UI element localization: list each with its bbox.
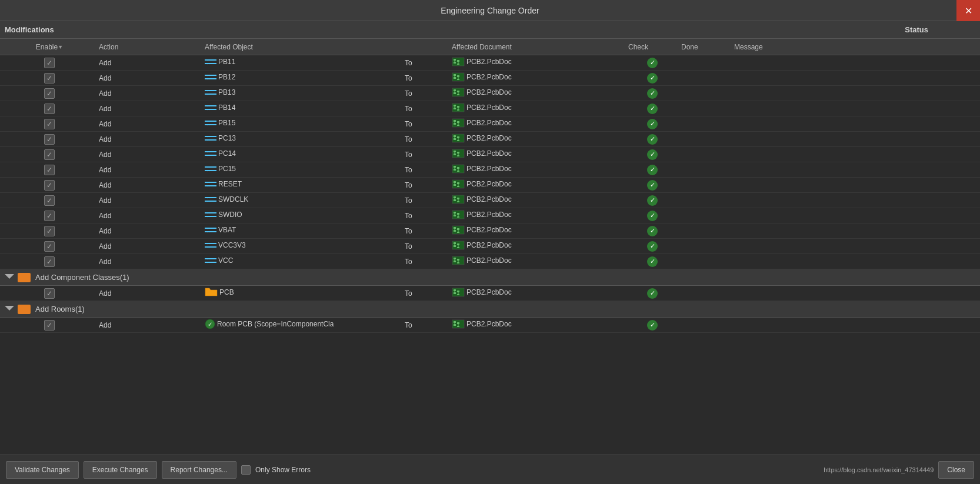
to-cell: To [402,166,449,174]
svg-rect-85 [454,199,456,201]
pcbdoc-icon: PCB2.PcbDoc [452,225,512,235]
check-status-icon: ✓ [647,165,658,175]
affected-doc-cell: PCB2.PcbDoc [449,319,626,331]
to-cell: To [402,151,449,159]
only-show-errors-checkbox[interactable] [241,465,251,475]
check-status-icon: ✓ [647,288,658,299]
svg-rect-103 [454,230,456,232]
action-cell: Add [96,120,202,128]
pcbdoc-icon: PCB2.PcbDoc [452,210,512,219]
action-cell: Add [96,74,202,82]
to-cell: To [402,120,449,128]
enable-checkbox[interactable] [44,104,55,114]
enable-checkbox[interactable] [44,73,55,84]
affected-doc-cell: PCB2.PcbDoc [449,256,626,267]
dialog-title: Engineering Change Order [441,6,539,15]
svg-rect-0 [205,59,216,61]
enable-checkbox[interactable] [44,241,55,252]
pcbdoc-icon: PCB2.PcbDoc [452,149,512,158]
svg-rect-62 [457,155,459,156]
affected-object-cell: PCB [202,288,402,299]
svg-rect-28 [205,109,216,110]
table-row: Add PB14To PCB2.PcbDoc✓ [0,101,980,116]
col-check: Check [626,43,679,51]
enable-checkbox[interactable] [44,320,55,331]
enable-checkbox[interactable] [44,134,55,145]
report-changes-button[interactable]: Report Changes... [162,461,236,479]
check-status-icon: ✓ [647,226,658,236]
check-status-icon: ✓ [647,320,658,331]
close-button[interactable]: Close [938,461,974,479]
table-row: Add VCCTo PCB2.PcbDoc✓ [0,254,980,269]
svg-rect-26 [457,94,459,95]
action-cell: Add [96,227,202,235]
enable-cell [2,226,96,236]
enable-checkbox[interactable] [44,211,55,221]
net-icon: VBAT [205,226,236,234]
svg-rect-81 [205,197,216,198]
affected-doc-cell: PCB2.PcbDoc [449,210,626,221]
table-row: Add RESETTo PCB2.PcbDoc✓ [0,178,980,193]
to-cell: To [402,321,449,329]
svg-rect-18 [205,90,216,91]
svg-rect-5 [457,60,459,62]
net-icon: PB12 [205,73,235,81]
svg-rect-71 [457,171,459,172]
check-cell: ✓ [626,165,679,175]
enable-cell [2,119,96,129]
to-cell: To [402,89,449,98]
svg-rect-57 [454,151,456,152]
expand-triangle-icon[interactable] [5,274,14,282]
to-cell: To [402,74,449,82]
col-action: Action [96,43,202,51]
svg-rect-117 [205,258,216,259]
svg-text:✓: ✓ [208,321,212,328]
to-cell: To [402,258,449,266]
pcbdoc-icon: PCB2.PcbDoc [452,195,512,204]
svg-rect-3 [454,59,456,61]
affected-doc-cell: PCB2.PcbDoc [449,225,626,236]
enable-checkbox[interactable] [44,165,55,175]
enable-checkbox[interactable] [44,195,55,206]
check-cell: ✓ [626,288,679,299]
enable-dropdown-arrow[interactable]: ▼ [58,44,63,50]
col-affected-object: Affected Object [202,43,402,51]
execute-changes-button[interactable]: Execute Changes [84,461,157,479]
enable-cell [2,58,96,68]
affected-doc-cell: PCB2.PcbDoc [449,241,626,252]
validate-changes-button[interactable]: Validate Changes [6,461,79,479]
svg-rect-76 [454,184,456,186]
svg-rect-141 [457,326,459,327]
svg-rect-98 [457,216,459,218]
to-cell: To [402,289,449,298]
svg-rect-19 [205,94,216,95]
close-window-button[interactable]: ✕ [956,0,980,21]
affected-doc-cell: PCB2.PcbDoc [449,57,626,68]
svg-rect-129 [457,291,459,292]
table-row: Add PC13To PCB2.PcbDoc✓ [0,132,980,147]
enable-checkbox[interactable] [44,119,55,129]
svg-rect-17 [457,79,459,80]
enable-checkbox[interactable] [44,256,55,267]
enable-checkbox[interactable] [44,149,55,160]
affected-object-cell: SWDCLK [202,195,402,205]
bottom-right: https://blog.csdn.net/weixin_47314449 Cl… [824,461,974,479]
enable-checkbox[interactable] [44,288,55,299]
affected-object-cell: RESET [202,180,402,190]
action-cell: Add [96,181,202,189]
pcbdoc-icon: PCB2.PcbDoc [452,288,512,297]
check-cell: ✓ [626,58,679,68]
enable-checkbox[interactable] [44,226,55,236]
check-cell: ✓ [626,134,679,145]
enable-checkbox[interactable] [44,88,55,99]
net-icon: PB15 [205,119,235,127]
svg-rect-132 [457,294,459,295]
svg-rect-63 [205,166,216,168]
action-cell: Add [96,105,202,113]
title-bar: Engineering Change Order ✕ [0,0,980,21]
svg-rect-40 [454,123,456,125]
expand-triangle-icon[interactable] [5,306,14,313]
enable-cell [2,195,96,206]
enable-checkbox[interactable] [44,180,55,191]
enable-checkbox[interactable] [44,58,55,68]
